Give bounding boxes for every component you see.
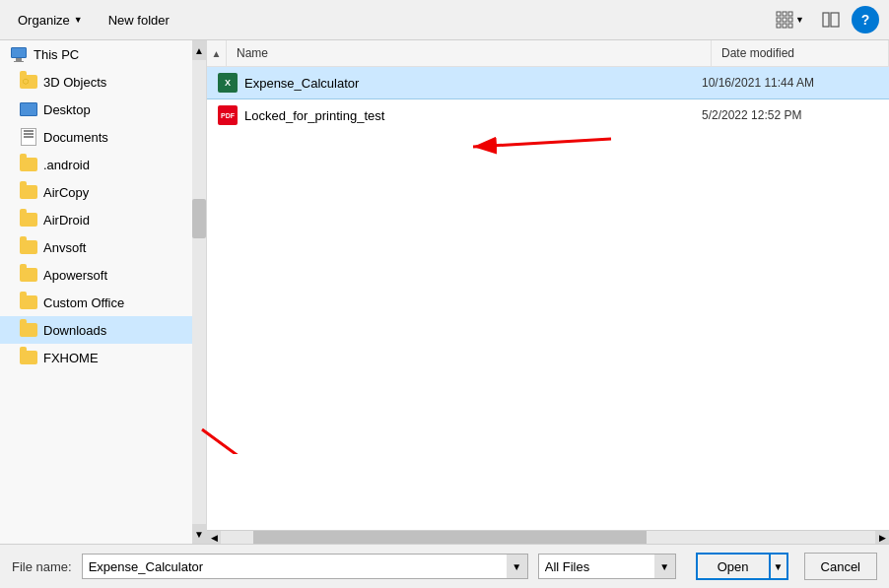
filetype-select-wrapper: All Files Excel Files PDF Files ▼ bbox=[538, 554, 676, 579]
sidebar-item-fxhome[interactable]: FXHOME bbox=[0, 344, 192, 371]
hscroll-track bbox=[221, 531, 875, 545]
hscroll-thumb[interactable] bbox=[253, 531, 646, 545]
sidebar-item-airdroid-label: AirDroid bbox=[43, 213, 90, 228]
file-area: ▲ Name Date modified X Expense_Calculato… bbox=[207, 40, 889, 544]
sidebar-item-downloads[interactable]: Downloads bbox=[0, 316, 192, 344]
sidebar-item-desktop-label: Desktop bbox=[43, 102, 91, 117]
documents-icon bbox=[20, 128, 37, 146]
col-header-name[interactable]: Name bbox=[227, 40, 712, 66]
svg-rect-2 bbox=[788, 12, 792, 16]
sidebar-item-documents-label: Documents bbox=[43, 130, 108, 145]
sidebar-item-android[interactable]: .android bbox=[0, 151, 192, 178]
svg-rect-10 bbox=[831, 13, 839, 27]
view-options-button[interactable]: ▼ bbox=[770, 8, 810, 32]
svg-rect-3 bbox=[777, 18, 781, 22]
sidebar-item-desktop[interactable]: Desktop bbox=[0, 96, 192, 123]
file-date-locked-printing: 5/2/2022 12:52 PM bbox=[702, 108, 879, 122]
svg-rect-8 bbox=[788, 24, 792, 28]
svg-rect-6 bbox=[777, 24, 781, 28]
folder-android-icon bbox=[20, 156, 37, 173]
sidebar-item-downloads-label: Downloads bbox=[43, 323, 106, 338]
filename-input[interactable] bbox=[82, 554, 528, 579]
sidebar-item-this-pc[interactable]: This PC bbox=[0, 40, 192, 68]
toolbar-right: ▼ ? bbox=[770, 6, 879, 33]
svg-rect-9 bbox=[823, 13, 829, 27]
sidebar-item-custom-office-label: Custom Office bbox=[43, 295, 124, 310]
file-row-expense-calculator[interactable]: X Expense_Calculator 10/16/2021 11:44 AM bbox=[207, 67, 889, 99]
sidebar-item-fxhome-label: FXHOME bbox=[43, 351, 99, 365]
sidebar-item-android-label: .android bbox=[43, 158, 90, 172]
svg-rect-5 bbox=[788, 18, 792, 22]
bottom-bar: File name: ▼ All Files Excel Files PDF F… bbox=[0, 544, 889, 588]
toolbar: Organize ▼ New folder ▼ bbox=[0, 0, 889, 40]
action-buttons: Open ▼ bbox=[696, 553, 788, 580]
hscroll-left-button[interactable]: ◀ bbox=[207, 531, 221, 545]
sidebar-item-aircopy[interactable]: AirCopy bbox=[0, 178, 192, 206]
filename-label: File name: bbox=[12, 559, 72, 574]
sidebar-scroll-up[interactable]: ▲ bbox=[192, 40, 206, 60]
help-button[interactable]: ? bbox=[852, 6, 879, 33]
filetype-select[interactable]: All Files Excel Files PDF Files bbox=[538, 554, 676, 579]
sidebar-item-airdroid[interactable]: AirDroid bbox=[0, 206, 192, 233]
cancel-button[interactable]: Cancel bbox=[804, 553, 877, 580]
sort-arrow: ▲ bbox=[207, 40, 227, 66]
folder-fxhome-icon bbox=[20, 349, 37, 366]
file-name-expense-calculator: Expense_Calculator bbox=[244, 76, 702, 91]
sidebar-item-3d-objects-label: 3D Objects bbox=[43, 75, 106, 90]
open-dropdown-button[interactable]: ▼ bbox=[769, 553, 788, 580]
sidebar-scroll-down[interactable]: ▼ bbox=[192, 524, 206, 544]
svg-rect-4 bbox=[783, 18, 786, 22]
sidebar-item-apowersoft-label: Apowersoft bbox=[43, 268, 107, 283]
new-folder-label: New folder bbox=[108, 13, 170, 28]
svg-rect-7 bbox=[783, 24, 786, 28]
folder-custom-office-icon bbox=[20, 294, 37, 311]
svg-rect-1 bbox=[783, 12, 786, 16]
sidebar-item-apowersoft[interactable]: Apowersoft bbox=[0, 261, 192, 289]
sidebar: ▲ ▼ This PC bbox=[0, 40, 207, 544]
folder-downloads-icon bbox=[20, 321, 37, 339]
file-row-locked-printing[interactable]: PDF Locked_for_printing_test 5/2/2022 12… bbox=[207, 99, 889, 132]
sidebar-item-this-pc-label: This PC bbox=[34, 47, 79, 62]
view-grid-icon bbox=[776, 11, 793, 29]
folder-3d-icon: ⬡ bbox=[20, 73, 37, 91]
sidebar-item-3d-objects[interactable]: ⬡ 3D Objects bbox=[0, 68, 192, 96]
svg-rect-0 bbox=[777, 12, 781, 16]
view-dropdown-icon: ▼ bbox=[795, 15, 804, 25]
new-folder-button[interactable]: New folder bbox=[101, 9, 177, 32]
dialog-wrapper: ▲ ▼ This PC bbox=[0, 40, 889, 588]
sidebar-item-documents[interactable]: Documents bbox=[0, 123, 192, 151]
folder-anvsoft-icon bbox=[20, 238, 37, 256]
sidebar-item-custom-office[interactable]: Custom Office bbox=[0, 289, 192, 316]
organize-button[interactable]: Organize ▼ bbox=[10, 9, 91, 32]
main-content: ▲ ▼ This PC bbox=[0, 40, 889, 544]
pc-icon bbox=[10, 45, 28, 63]
folder-aircopy-icon bbox=[20, 183, 37, 201]
sidebar-item-anvsoft-label: Anvsoft bbox=[43, 240, 86, 255]
pane-icon bbox=[822, 11, 840, 29]
file-list: X Expense_Calculator 10/16/2021 11:44 AM… bbox=[207, 67, 889, 530]
hscroll-right-button[interactable]: ▶ bbox=[875, 531, 889, 545]
open-button[interactable]: Open bbox=[696, 553, 769, 580]
pdf-file-icon: PDF bbox=[217, 104, 239, 126]
organize-label: Organize bbox=[18, 13, 70, 28]
col-header-date[interactable]: Date modified bbox=[712, 40, 889, 66]
file-name-locked-printing: Locked_for_printing_test bbox=[244, 108, 702, 123]
file-list-header: ▲ Name Date modified bbox=[207, 40, 889, 67]
sidebar-scrollbar bbox=[192, 60, 206, 524]
folder-apowersoft-icon bbox=[20, 266, 37, 284]
horizontal-scrollbar: ◀ ▶ bbox=[207, 530, 889, 544]
sidebar-scrollbar-thumb[interactable] bbox=[192, 199, 206, 238]
filename-dropdown-arrow[interactable]: ▼ bbox=[507, 554, 528, 579]
file-date-expense-calculator: 10/16/2021 11:44 AM bbox=[702, 76, 879, 90]
filename-input-wrapper: ▼ bbox=[82, 554, 528, 579]
sidebar-item-aircopy-label: AirCopy bbox=[43, 185, 89, 200]
excel-file-icon: X bbox=[217, 72, 239, 94]
desktop-icon bbox=[20, 100, 37, 118]
pane-toggle-button[interactable] bbox=[816, 8, 846, 32]
organize-dropdown-icon: ▼ bbox=[74, 15, 83, 25]
folder-airdroid-icon bbox=[20, 211, 37, 229]
sidebar-item-anvsoft[interactable]: Anvsoft bbox=[0, 233, 192, 261]
